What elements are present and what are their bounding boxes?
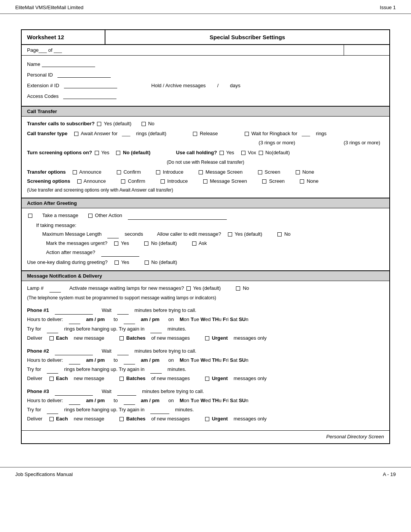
so-confirm-checkbox[interactable] (121, 179, 125, 184)
phone2-hours2-underline (124, 359, 135, 364)
screening-yes-checkbox[interactable] (95, 151, 99, 155)
to-none-checkbox[interactable] (296, 170, 300, 174)
phone2-row4: Deliver Each new message Batches of new … (27, 374, 384, 383)
use-transfer-note: (Use transfer and screening options only… (27, 186, 384, 194)
name-label: Name (27, 59, 40, 69)
extension-underline (64, 83, 117, 88)
phone1-am-pm2-label: am / pm (141, 316, 159, 322)
phone3-each-label: Each (56, 416, 68, 422)
phone3-messages-only-label: messages only (234, 416, 267, 422)
to-screen-label: Screen (264, 169, 280, 175)
screening-options-label: Screening options (27, 178, 70, 184)
phone3-try-for-label: Try for (27, 407, 41, 412)
three-rings-label2: (3 rings or more) (344, 140, 380, 145)
phone1-urgent-label: Urgent (212, 335, 228, 341)
phone2-row2: Hours to deliver: am / pm to am / pm on … (27, 356, 384, 364)
allow-yes-default-label: Yes (default) (235, 231, 263, 237)
take-message-checkbox[interactable] (28, 214, 32, 218)
phone2-urgent-checkbox[interactable] (205, 377, 209, 381)
phone3-days: Mon Tue Wed THu Fri Sat SUn (180, 398, 249, 403)
phone2-urgent-label: Urgent (212, 375, 228, 381)
action-after-greeting-header: Action After Greeting (22, 198, 389, 208)
phone3-row4: Deliver Each new message Batches of new … (27, 415, 384, 423)
phone1-row1: Phone #1 Wait minutes before trying to c… (27, 306, 384, 315)
other-action-checkbox[interactable] (88, 214, 92, 218)
to-confirm-checkbox[interactable] (117, 170, 121, 174)
one-key-no-default-checkbox[interactable] (145, 260, 149, 265)
phone1-batches-checkbox[interactable] (119, 336, 124, 340)
phone1-deliver-label: Deliver (27, 335, 42, 341)
transfer-options-label: Transfer options (27, 169, 66, 175)
phone3-urgent-checkbox[interactable] (205, 417, 209, 421)
phone3-row3: Try for rings before hanging up. Try aga… (27, 406, 384, 414)
phone3-each-checkbox[interactable] (49, 417, 54, 421)
await-answer-checkbox[interactable] (74, 132, 78, 136)
worksheet-title: Worksheet 12 (22, 30, 105, 44)
phone2-batches-checkbox[interactable] (119, 377, 124, 381)
phone1-again-underline (150, 328, 162, 333)
phone1-rings-underline (47, 328, 58, 333)
allow-caller-label: Allow caller to edit message? (157, 231, 221, 237)
one-key-yes-checkbox[interactable] (115, 260, 119, 265)
phone3-wait-underline (117, 390, 136, 396)
turn-screening-row: Turn screening options on? Yes No (defau… (27, 149, 384, 157)
so-introduce-checkbox[interactable] (161, 179, 165, 184)
no-checkbox[interactable] (142, 122, 146, 126)
phone2-am-pm1-label: am / pm (86, 357, 105, 363)
message-notification-header: Message Notification & Delivery (22, 271, 389, 281)
phone1-urgent-checkbox[interactable] (205, 336, 209, 340)
phone2-hours1-underline (69, 359, 80, 364)
so-announce-checkbox[interactable] (77, 179, 81, 184)
so-none-label: None (307, 178, 319, 184)
to-announce-checkbox[interactable] (73, 170, 77, 174)
use-one-key-row: Use one-key dialing during greeting? Yes… (27, 258, 384, 267)
holding-vox-checkbox[interactable] (241, 151, 245, 155)
personal-id-underline (57, 72, 111, 78)
phone2-each-checkbox[interactable] (49, 377, 54, 381)
mark-urgent-label: Mark the messages urgent? (46, 240, 107, 246)
phone2-to-label: to (114, 357, 118, 363)
phone3-minutes-before-label: minutes before trying to call. (142, 388, 204, 394)
mark-yes-checkbox[interactable] (114, 241, 118, 246)
phone1-each-checkbox[interactable] (49, 336, 54, 340)
phone3-batches-checkbox[interactable] (119, 417, 124, 421)
phone1-row4: Deliver Each new message Batches of new … (27, 334, 384, 342)
wait-ringback-checkbox[interactable] (245, 132, 249, 136)
so-message-screen-checkbox[interactable] (203, 179, 207, 184)
to-message-screen-checkbox[interactable] (199, 170, 203, 174)
mark-urgent-row: Mark the messages urgent? Yes No (defaul… (46, 239, 384, 248)
so-none-checkbox[interactable] (300, 179, 304, 184)
lamp-label: Lamp # (27, 285, 43, 291)
lamp-yes-default-checkbox[interactable] (186, 286, 191, 291)
mark-ask-checkbox[interactable] (192, 241, 196, 246)
mark-no-default-checkbox[interactable] (144, 241, 148, 246)
phone2-new-message-label: new message (74, 375, 104, 381)
await-answer-label: Await Answer for (81, 131, 118, 136)
phone3-rings-underline (47, 409, 58, 414)
screening-no-default-checkbox[interactable] (116, 151, 120, 155)
to-screen-checkbox[interactable] (258, 170, 262, 174)
release-checkbox[interactable] (193, 132, 197, 136)
allow-no-checkbox[interactable] (277, 232, 282, 236)
header-left: EliteMail VMS/EliteMail Limited (15, 5, 83, 10)
holding-yes-checkbox[interactable] (220, 151, 224, 155)
yes-default-checkbox[interactable] (97, 122, 101, 126)
phone2-minutes-before-label: minutes before trying to call. (134, 348, 196, 354)
allow-yes-default-checkbox[interactable] (228, 232, 232, 236)
phone2-deliver-label: Deliver (27, 375, 42, 381)
to-message-screen-label: Message Screen (206, 169, 243, 175)
phone3-deliver-label: Deliver (27, 416, 42, 422)
phone2-row3: Try for rings before hanging up. Try aga… (27, 365, 384, 374)
holding-no-default-checkbox[interactable] (259, 151, 263, 155)
footer-right: A - 19 (383, 471, 396, 477)
phone2-on-label: on (168, 357, 174, 363)
three-rings-label: (3 rings or more) (259, 140, 295, 145)
so-screen-checkbox[interactable] (262, 179, 266, 184)
to-introduce-checkbox[interactable] (156, 170, 160, 174)
message-notification-content: Lamp # Activate message waiting lamps fo… (22, 281, 389, 431)
top-header: EliteMail VMS/EliteMail Limited Issue 1 (0, 0, 411, 14)
worksheet-outer: Worksheet 12 Special Subscriber Settings… (21, 29, 390, 444)
lamp-no-checkbox[interactable] (236, 286, 240, 291)
phone1-try-for-label: Try for (27, 326, 41, 332)
phone3-section: Phone #3 Wait minutes before trying to c… (27, 387, 384, 423)
